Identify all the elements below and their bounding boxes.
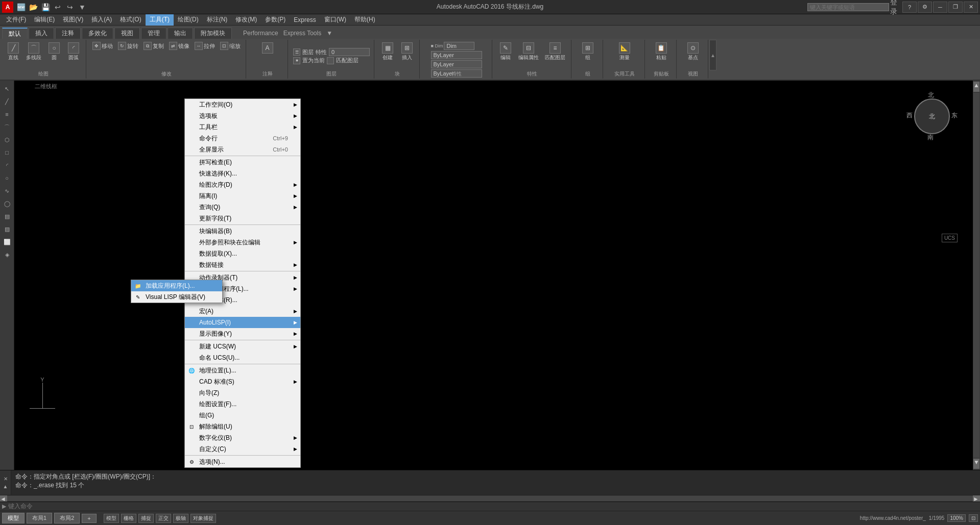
cmd-side-panel[interactable]: ✕ ▲ bbox=[0, 470, 11, 495]
ctx-xref[interactable]: 外部参照和块在位编辑 bbox=[185, 237, 300, 248]
insert-block-btn[interactable]: ⊞ 插入 bbox=[398, 41, 416, 63]
draw-polyline-btn[interactable]: ⌒ 多线段 bbox=[23, 41, 44, 63]
menu-params[interactable]: 参数(P) bbox=[261, 14, 290, 26]
match-layer-icon[interactable] bbox=[327, 57, 334, 64]
tab-default[interactable]: 默认 bbox=[2, 28, 28, 39]
tab-multieffect[interactable]: 多效化 bbox=[82, 28, 113, 39]
tab-output[interactable]: 输出 bbox=[168, 28, 193, 39]
tool-ellipse[interactable]: ◯ bbox=[1, 197, 13, 210]
scroll-left-btn[interactable]: ◄ bbox=[0, 495, 7, 502]
ribbon-customize-btn[interactable]: ▼ bbox=[326, 30, 332, 37]
ctx-autolisp[interactable]: AutoLISP(I) bbox=[185, 317, 300, 328]
undo-btn[interactable]: ↩ bbox=[52, 2, 63, 13]
express-tools-label[interactable]: Express Tools bbox=[283, 30, 321, 37]
tool-multiline[interactable]: ≡ bbox=[1, 108, 13, 120]
ortho-btn[interactable]: 正交 bbox=[156, 514, 171, 523]
paste-btn[interactable]: 📋 粘贴 bbox=[652, 41, 671, 63]
sub-vlisp[interactable]: ✎ Visual LISP 编辑器(V) bbox=[131, 291, 222, 303]
tool-polyline[interactable]: ⌒ bbox=[1, 121, 13, 133]
draw-line-btn[interactable]: ╱ 直线 bbox=[4, 41, 22, 63]
ctx-displayimage[interactable]: 显示图像(Y) bbox=[185, 328, 300, 339]
menu-view[interactable]: 视图(V) bbox=[59, 14, 87, 26]
scroll-right-btn[interactable]: ► bbox=[973, 495, 980, 502]
draw-circle-btn[interactable]: ○ 圆 bbox=[45, 41, 63, 63]
ctx-isolate[interactable]: 隔离(I) bbox=[185, 190, 300, 202]
ctx-fullscreen[interactable]: 全屏显示 Ctrl+0 bbox=[185, 144, 300, 155]
move-btn[interactable]: ✥ 移动 bbox=[90, 41, 115, 51]
ctx-ungroup[interactable]: ⊡ 解除编组(U) bbox=[185, 421, 300, 432]
base-btn[interactable]: ⊙ 基点 bbox=[684, 41, 702, 63]
menu-draw[interactable]: 绘图(D) bbox=[174, 14, 203, 26]
ctx-toolbar[interactable]: 工具栏 bbox=[185, 121, 300, 133]
ctx-workspace[interactable]: 工作空间(O) bbox=[185, 99, 300, 110]
h-scroll-track[interactable] bbox=[7, 496, 973, 501]
bylayer-2-dropdown[interactable]: ByLayer bbox=[431, 60, 482, 68]
menu-edit[interactable]: 编辑(E) bbox=[30, 14, 59, 26]
ctx-digitizer[interactable]: 数字化仪(B) bbox=[185, 432, 300, 443]
viewport-btn[interactable]: ⊡ bbox=[969, 514, 978, 522]
search-input[interactable] bbox=[807, 3, 889, 11]
ribbon-collapse-btn[interactable]: ▲ bbox=[709, 40, 716, 70]
match-props-btn[interactable]: ≡ 匹配图层 bbox=[542, 41, 568, 63]
tool-select[interactable]: ↖ bbox=[1, 83, 13, 95]
bylayer-1-dropdown[interactable]: ByLayer bbox=[431, 51, 482, 59]
set-current-icon[interactable]: ★ bbox=[293, 57, 300, 64]
tab-addons[interactable]: 附加模块 bbox=[194, 28, 232, 39]
scroll-up-btn[interactable]: ▲ bbox=[973, 82, 979, 92]
login-btn[interactable]: 登录 bbox=[890, 2, 901, 13]
tab-layout2[interactable]: 布局2 bbox=[54, 513, 80, 523]
tab-model[interactable]: 模型 bbox=[2, 513, 25, 523]
performance-label[interactable]: Performance bbox=[243, 30, 278, 37]
ctx-newucs[interactable]: 新建 UCS(W) bbox=[185, 341, 300, 352]
ctx-dataextract[interactable]: 数据提取(X)... bbox=[185, 248, 300, 259]
cmd-input[interactable] bbox=[8, 503, 978, 510]
scale-btn[interactable]: ⊡ 缩放 bbox=[218, 41, 243, 51]
group-btn[interactable]: ⊞ 组 bbox=[579, 41, 597, 63]
ctx-wizard[interactable]: 向导(Z) bbox=[185, 387, 300, 398]
tool-line[interactable]: ╱ bbox=[1, 95, 13, 108]
menu-format[interactable]: 格式(O) bbox=[116, 14, 145, 26]
app-icon[interactable]: A bbox=[2, 2, 13, 13]
mirror-btn[interactable]: ⇌ 镜像 bbox=[167, 41, 192, 51]
ctx-draftsettings[interactable]: 绘图设置(F)... bbox=[185, 398, 300, 410]
tab-layout1[interactable]: 布局1 bbox=[27, 513, 52, 523]
polar-btn[interactable]: 极轴 bbox=[173, 514, 188, 523]
tool-circle[interactable]: ○ bbox=[1, 172, 13, 184]
canvas-area[interactable]: 二维线框 北 北 南 东 西 UCS Y 工作空间(O) 选项板 工具栏 命令行 bbox=[14, 81, 973, 470]
tool-hatch[interactable]: ▤ bbox=[1, 210, 13, 222]
ctx-cadstandards[interactable]: CAD 标准(S) bbox=[185, 376, 300, 387]
tool-boundary[interactable]: ⬜ bbox=[1, 236, 13, 248]
settings-btn[interactable]: ⚙ bbox=[918, 2, 932, 13]
zoom-btn[interactable]: 100% bbox=[947, 514, 966, 522]
tool-rect[interactable]: □ bbox=[1, 146, 13, 159]
snap-btn[interactable]: 捕捉 bbox=[138, 514, 154, 523]
ctx-datalink[interactable]: 数据链接 bbox=[185, 259, 300, 270]
ctx-macro[interactable]: 宏(A) bbox=[185, 306, 300, 317]
qa-dropdown-btn[interactable]: ▼ bbox=[77, 2, 88, 13]
create-block-btn[interactable]: ▦ 创建 bbox=[378, 41, 397, 63]
tool-3d[interactable]: ◈ bbox=[1, 248, 13, 261]
ctx-query[interactable]: 查询(Q) bbox=[185, 202, 300, 213]
ctx-blockeditor[interactable]: 块编辑器(B) bbox=[185, 226, 300, 237]
close-btn[interactable]: ✕ bbox=[964, 2, 978, 13]
menu-modify[interactable]: 修改(M) bbox=[231, 14, 261, 26]
ctx-quicksel[interactable]: 快速选择(K)... bbox=[185, 168, 300, 179]
copy-btn[interactable]: ⧉ 复制 bbox=[141, 41, 166, 51]
ctx-palettes[interactable]: 选项板 bbox=[185, 110, 300, 121]
cmd-expand-icon[interactable]: ▲ bbox=[3, 484, 8, 489]
tab-add[interactable]: + bbox=[82, 514, 96, 523]
model-btn[interactable]: 模型 bbox=[104, 514, 119, 523]
stretch-btn[interactable]: ↔ 拉伸 bbox=[193, 41, 217, 51]
ctx-cmdline[interactable]: 命令行 Ctrl+9 bbox=[185, 133, 300, 144]
redo-btn[interactable]: ↪ bbox=[64, 2, 76, 13]
tool-spline[interactable]: ∿ bbox=[1, 185, 13, 197]
ctx-nameucs[interactable]: 命名 UCS(U)... bbox=[185, 352, 300, 363]
rotate-btn[interactable]: ↻ 旋转 bbox=[116, 41, 140, 51]
tab-annotation[interactable]: 注释 bbox=[55, 28, 81, 39]
ctx-updatefield[interactable]: 更新字段(T) bbox=[185, 213, 300, 224]
text-btn[interactable]: A bbox=[258, 41, 277, 56]
edit-props-btn[interactable]: ✎ 编辑 bbox=[496, 41, 515, 63]
open-file-btn[interactable]: 📂 bbox=[28, 2, 39, 13]
menu-dimension[interactable]: 标注(N) bbox=[203, 14, 232, 26]
measure-btn[interactable]: 📐 测量 bbox=[615, 41, 634, 63]
